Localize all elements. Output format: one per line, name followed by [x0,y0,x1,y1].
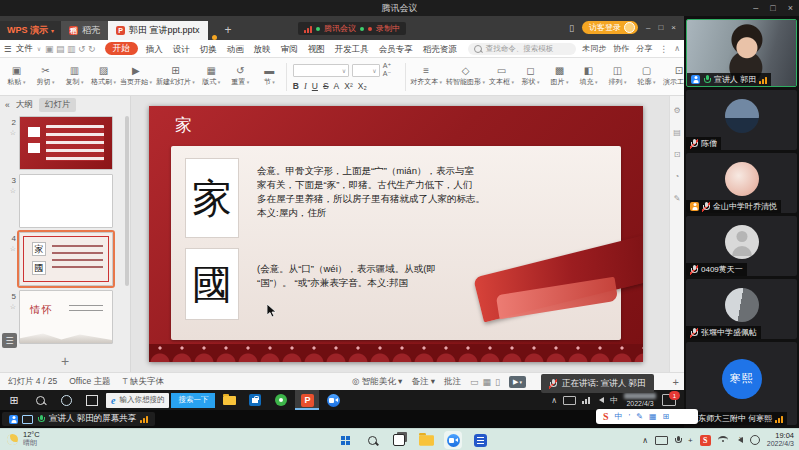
store-button[interactable] [243,390,267,410]
ribbon-picture-button[interactable]: ▩图片 [545,60,574,94]
menu-tab-9[interactable]: 开发工具 [330,40,374,58]
wps-maximize-button[interactable]: □ [658,23,663,32]
theme-name[interactable]: Office 主题 [69,376,110,388]
ribbon-play-from-page-button[interactable]: ▶当页开始 [118,60,154,94]
wifi-icon[interactable] [718,436,728,444]
star-icon[interactable]: ☆ [10,245,16,253]
keyboard-icon[interactable] [563,396,576,405]
missing-font-warning[interactable]: T 缺失字体 [123,376,164,388]
menu-tab-8[interactable]: 视图 [303,40,330,58]
star-icon[interactable]: ☆ [10,187,16,195]
file-explorer-button[interactable] [417,431,435,449]
notes-button[interactable]: 备注 ▾ [411,376,435,388]
menu-tab-11[interactable]: 稻壳资源 [418,40,462,58]
ribbon-copy-button[interactable]: ▥复制 [60,60,89,94]
menu-tab-5[interactable]: 动画 [222,40,249,58]
command-search-box[interactable]: 查找命令、搜索模板 [468,43,576,55]
menu-tab-1[interactable]: 开始 [105,42,138,55]
slide-menu-button[interactable]: ☰ [2,333,17,348]
collapse-panel-icon[interactable]: « [5,100,10,110]
star-icon[interactable]: ☆ [10,303,16,311]
ribbon-fill-button[interactable]: ◧填充 [574,60,603,94]
slide-thumbnail-5[interactable]: 情怀 [19,290,113,344]
clock[interactable]: 2022/4/3 [624,393,656,407]
add-slide-button[interactable]: + [0,354,130,368]
format-x²-button[interactable]: X² [344,81,353,91]
tray-expand-icon[interactable]: ∧ [551,396,557,405]
slide-sorter-icon[interactable]: ▦ [483,377,492,387]
normal-view-icon[interactable]: ▭ [470,377,479,387]
ribbon-section-button[interactable]: ▬节 [255,60,284,94]
ime-punct-icon[interactable]: ’ [629,412,631,421]
mic-icon[interactable] [675,436,681,445]
panel-icon[interactable]: ⚙ [673,106,680,115]
guest-login-button[interactable]: 访客登录 [582,21,638,34]
menu-tab-10[interactable]: 会员专享 [374,40,418,58]
tab-rice-store[interactable]: 稻 稻壳 [61,21,108,40]
quick-action-1[interactable]: 未同步 [582,43,606,54]
panel-icon[interactable]: ✎ [674,194,681,203]
thumbnail-scrollbar[interactable] [125,116,129,286]
file-explorer-button[interactable] [217,390,241,410]
ribbon-format-painter-button[interactable]: ▨格式刷 [89,60,118,94]
menu-tab-4[interactable]: 切换 [195,40,222,58]
slide-canvas[interactable]: 家 家 会意。甲骨文字形，上面是“宀”（mián），表示与室 家有关，下面是“豕… [131,96,669,372]
font-name-select[interactable]: ∨ [293,64,349,77]
panel-icon[interactable]: ◔ [675,172,680,181]
wps-close-button[interactable]: × [671,23,676,32]
meeting-status-chip[interactable]: 腾讯会议 录制中 [298,22,406,35]
search-button[interactable] [363,431,381,449]
tab-document[interactable]: P 郭田 宣讲ppt.pptx [108,21,208,40]
ime-indicator[interactable]: 中 [610,395,618,406]
plus-icon[interactable]: + [688,436,693,445]
wps-presentation-button[interactable]: P [295,390,319,410]
collapse-ribbon-icon[interactable]: ∧ [674,44,680,53]
quick-action-3[interactable]: 分享 [636,43,652,54]
participant-tile[interactable]: 金山中学叶乔清悦 [686,153,797,213]
clock[interactable]: 19:04 2022/4/3 [767,432,794,448]
volume-muted-icon[interactable] [735,437,743,443]
close-button[interactable]: × [788,3,793,13]
more-icon[interactable]: ⋮ [659,44,668,54]
ribbon-smart-graphic-button[interactable]: ◇转智能图形 [444,60,487,94]
ribbon-paste-button[interactable]: ▣粘贴 [2,60,31,94]
format-i-button[interactable]: I [304,81,307,91]
format-x₂-button[interactable]: X₂ [358,81,367,91]
file-menu[interactable]: 文件 [16,43,33,55]
sogou-ime-bar[interactable]: S 中 ’ ✎ ▦ ⊞ [596,409,698,424]
ribbon-reset-button[interactable]: ↺重置 [226,60,255,94]
new-tab-button[interactable]: + [225,23,232,37]
reading-view-icon[interactable]: ▯ [495,377,500,387]
network-icon[interactable] [582,396,590,404]
task-view-button[interactable] [390,431,408,449]
tab-slides[interactable]: 幻灯片 [39,98,77,112]
zoom-in-button[interactable]: + [673,376,679,388]
quick-action-2[interactable]: 协作 [613,43,629,54]
start-button[interactable]: ⊞ [2,390,26,410]
menu-tab-3[interactable]: 设计 [168,40,195,58]
notification-icon[interactable]: 1 [662,394,676,406]
hamburger-icon[interactable]: ☰ [4,44,12,54]
star-icon[interactable]: ☆ [10,129,16,137]
participant-tile[interactable]: 张堰中学盛佩帖 [686,279,797,339]
ribbon-new-slide-button[interactable]: ⊞新建幻灯片 [154,60,197,94]
slide-thumbnail-2[interactable] [19,116,113,170]
participant-tile[interactable]: 宣讲人 郭田 [686,19,797,87]
menu-tab-7[interactable]: 审阅 [276,40,303,58]
cortana-button[interactable] [54,390,78,410]
font-size-select[interactable]: ∨ [352,64,380,77]
ime-tools-icon[interactable]: ⊞ [663,412,670,421]
tencent-meeting-button[interactable] [444,431,462,449]
browser-360-button[interactable] [269,390,293,410]
volume-icon[interactable] [596,397,604,403]
maximize-button[interactable]: □ [770,3,775,13]
screen-share-pill[interactable]: 宣讲人 郭田的屏幕共享 [2,412,155,426]
docs-app-button[interactable] [471,431,489,449]
ime-board-icon[interactable]: ▦ [649,412,657,421]
ribbon-layout-button[interactable]: ▦版式 [197,60,226,94]
panel-icon[interactable]: ▤ [673,128,681,137]
minimize-button[interactable]: – [753,3,758,13]
format-b-button[interactable]: B [293,81,299,91]
ime-pen-icon[interactable]: ✎ [636,412,643,421]
ribbon-text-box-button[interactable]: ▭文本框 [487,60,516,94]
